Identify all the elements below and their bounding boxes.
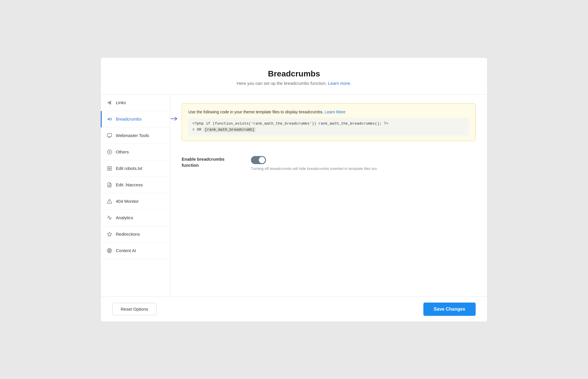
sidebar-item-edit-htaccess[interactable]: Edit .htaccess: [101, 177, 170, 193]
svg-rect-5: [109, 118, 111, 120]
learn-more-link[interactable]: Learn more: [328, 81, 350, 86]
links-icon: [107, 100, 112, 106]
info-box-text: Use the following code in your theme tem…: [188, 110, 323, 114]
active-arrow-indicator: [170, 115, 178, 123]
sidebar-item-404-label: 404 Monitor: [116, 199, 139, 204]
setting-label-breadcrumbs: Enable breadcrumbsfunction: [182, 156, 239, 168]
sidebar-item-robots-label: Edit robots.txt: [116, 166, 142, 171]
sidebar-item-redirections-label: Redirections: [116, 232, 140, 237]
subtitle-text: Here you can set up the breadcrumbs func…: [237, 81, 327, 86]
robots-icon: [107, 166, 112, 171]
sidebar-item-links[interactable]: Links: [101, 95, 170, 111]
sidebar-item-redirections[interactable]: Redirections: [101, 226, 170, 243]
breadcrumbs-description: Turning off breadcrumbs will hide breadc…: [251, 166, 378, 171]
svg-rect-6: [107, 134, 112, 137]
redirections-icon: [107, 231, 112, 237]
code-block: <?php if (function_exists('rank_math_the…: [188, 118, 469, 136]
svg-point-12: [110, 168, 110, 168]
svg-point-11: [109, 168, 109, 168]
save-changes-button[interactable]: Save Changes: [423, 303, 476, 316]
others-icon: [107, 149, 112, 155]
sidebar-item-content-ai-label: Content AI: [116, 248, 136, 253]
svg-point-2: [110, 103, 111, 104]
sidebar-item-htaccess-label: Edit .htaccess: [116, 182, 143, 187]
page-title: Breadcrumbs: [107, 69, 481, 78]
setting-row-breadcrumbs: Enable breadcrumbsfunction Turning off b…: [182, 150, 476, 177]
sidebar: Links Breadcrumbs: [101, 95, 170, 297]
main-layout: Links Breadcrumbs: [101, 95, 487, 297]
page-container: Breadcrumbs Here you can set up the brea…: [101, 57, 487, 322]
sidebar-item-breadcrumbs-label: Breadcrumbs: [116, 117, 142, 121]
sidebar-item-analytics-label: Analytics: [116, 215, 133, 220]
setting-control-breadcrumbs: Turning off breadcrumbs will hide breadc…: [251, 156, 378, 171]
code-line2-prefix: > OR: [192, 127, 204, 132]
sidebar-item-breadcrumbs[interactable]: Breadcrumbs: [101, 111, 170, 127]
enable-breadcrumbs-toggle[interactable]: [251, 156, 266, 164]
sidebar-item-content-ai[interactable]: Content AI: [101, 243, 170, 259]
analytics-icon: [107, 215, 112, 221]
toggle-row: [251, 156, 378, 164]
sidebar-item-404-monitor[interactable]: 404 Monitor: [101, 193, 170, 210]
svg-point-1: [110, 101, 111, 102]
sidebar-item-edit-robots[interactable]: Edit robots.txt: [101, 160, 170, 177]
svg-point-20: [108, 249, 111, 252]
page-subtitle: Here you can set up the breadcrumbs func…: [107, 81, 481, 86]
info-box: Use the following code in your theme tem…: [182, 103, 476, 141]
reset-options-button[interactable]: Reset Options: [112, 303, 157, 315]
page-header: Breadcrumbs Here you can set up the brea…: [101, 58, 487, 95]
sidebar-item-others-label: Others: [116, 149, 129, 154]
sidebar-item-webmaster-tools[interactable]: Webmaster Tools: [101, 127, 170, 144]
sidebar-item-webmaster-label: Webmaster Tools: [116, 133, 149, 138]
sidebar-item-others[interactable]: Others: [101, 144, 170, 160]
content-ai-icon: [107, 248, 112, 254]
sidebar-item-links-label: Links: [116, 100, 126, 105]
code-line1: <?php if (function_exists('rank_math_the…: [192, 121, 388, 126]
monitor-icon: [107, 198, 112, 204]
svg-point-21: [109, 250, 110, 251]
sidebar-item-analytics[interactable]: Analytics: [101, 210, 170, 226]
breadcrumbs-icon: [107, 116, 112, 122]
content-area: Use the following code in your theme tem…: [170, 95, 487, 297]
content-spacer: [182, 177, 476, 288]
webmaster-icon: [107, 133, 112, 138]
htaccess-icon: [107, 182, 112, 188]
code-shortcode: [rank_math_breadcrumb]: [204, 127, 256, 132]
svg-marker-18: [107, 232, 112, 236]
info-learn-more-link[interactable]: Learn More: [325, 110, 345, 114]
footer-bar: Reset Options Save Changes: [101, 297, 487, 322]
svg-point-19: [107, 248, 112, 253]
svg-rect-10: [107, 166, 111, 170]
